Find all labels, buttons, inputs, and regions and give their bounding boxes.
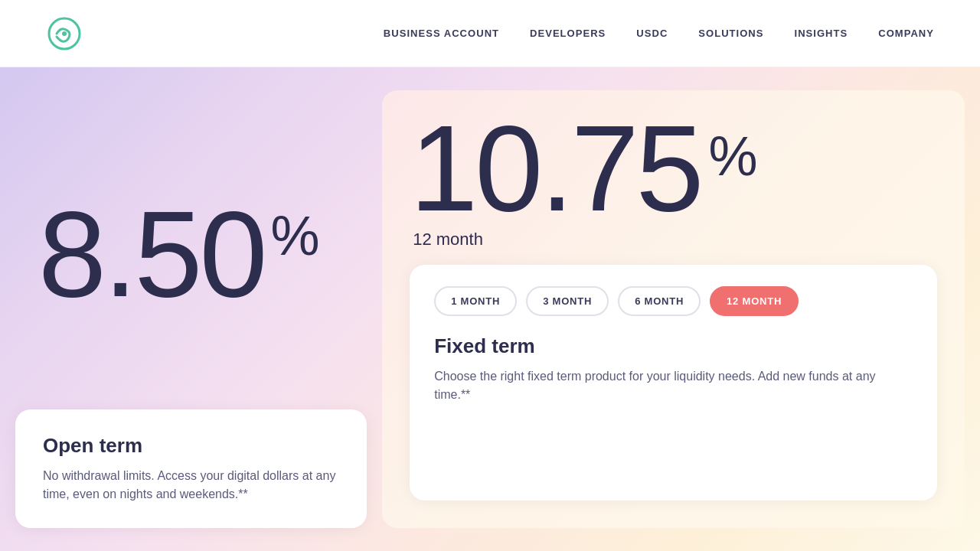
term-btn-1month[interactable]: 1 MONTH: [434, 286, 517, 316]
open-term-rate-number: 8.50: [38, 193, 264, 315]
nav-insights[interactable]: INSIGHTS: [795, 28, 848, 39]
fixed-term-rate-area: 10.75 % 12 month: [410, 113, 937, 249]
main-nav: BUSINESS ACCOUNT DEVELOPERS USDC SOLUTIO…: [384, 28, 934, 39]
nav-business-account[interactable]: BUSINESS ACCOUNT: [384, 28, 499, 39]
nav-company[interactable]: COMPANY: [878, 28, 934, 39]
fixed-term-rate-number: 10.75: [410, 113, 701, 223]
open-term-rate-percent: %: [270, 208, 319, 263]
term-buttons-group: 1 MONTH 3 MONTH 6 MONTH 12 MONTH: [434, 286, 913, 316]
open-term-description: No withdrawal limits. Access your digita…: [43, 467, 339, 504]
header: BUSINESS ACCOUNT DEVELOPERS USDC SOLUTIO…: [0, 0, 980, 67]
term-btn-6month[interactable]: 6 MONTH: [618, 286, 701, 316]
right-section: 10.75 % 12 month 1 MONTH 3 MONTH 6 MONTH…: [382, 90, 965, 528]
selected-term-label: 12 month: [413, 230, 937, 249]
logo-container[interactable]: [46, 15, 83, 52]
fixed-term-card: 1 MONTH 3 MONTH 6 MONTH 12 MONTH Fixed t…: [410, 265, 937, 500]
main-content: 8.50 % Open term No withdrawal limits. A…: [0, 67, 980, 551]
term-btn-3month[interactable]: 3 MONTH: [526, 286, 609, 316]
nav-usdc[interactable]: USDC: [636, 28, 668, 39]
nav-developers[interactable]: DEVELOPERS: [530, 28, 606, 39]
fixed-term-rate-display: 10.75 %: [410, 113, 937, 223]
logo-icon: [46, 15, 83, 52]
term-btn-12month[interactable]: 12 MONTH: [710, 286, 799, 316]
fixed-term-title: Fixed term: [434, 334, 913, 358]
fixed-term-rate-percent: %: [709, 129, 758, 184]
open-term-rate-area: 8.50 %: [15, 90, 367, 409]
open-term-title: Open term: [43, 434, 339, 458]
open-term-card: Open term No withdrawal limits. Access y…: [15, 409, 367, 528]
nav-solutions[interactable]: SOLUTIONS: [698, 28, 763, 39]
left-section: 8.50 % Open term No withdrawal limits. A…: [15, 90, 367, 528]
svg-point-1: [62, 31, 67, 36]
open-term-rate-display: 8.50 %: [38, 193, 319, 315]
fixed-term-description: Choose the right fixed term product for …: [434, 367, 913, 404]
